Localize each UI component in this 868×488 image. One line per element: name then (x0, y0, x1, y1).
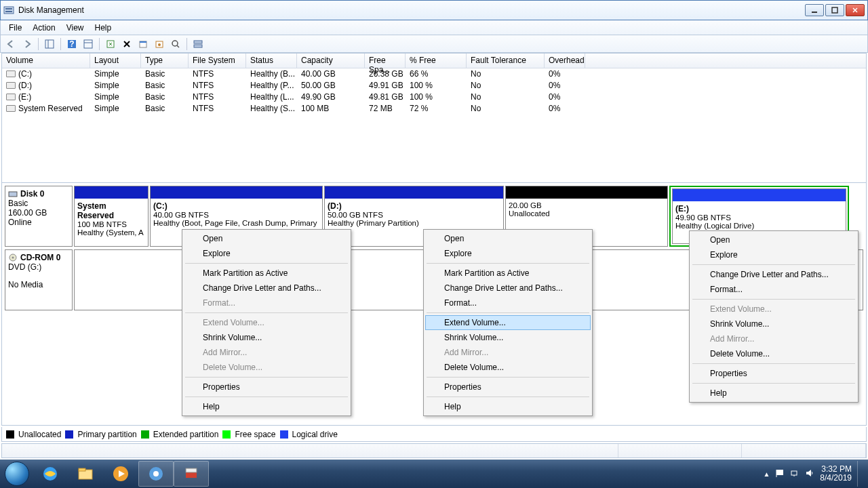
col-capacity[interactable]: Capacity (297, 54, 365, 68)
svg-rect-2 (5, 11, 12, 12)
menu-item-shrink-volume[interactable]: Shrink Volume... (425, 330, 591, 345)
legend: Unallocated Primary partition Extended p… (1, 427, 867, 442)
menu-view[interactable]: View (61, 22, 90, 34)
col-volume[interactable]: Volume (2, 54, 90, 68)
menu-item-change-drive-letter-and-paths[interactable]: Change Drive Letter and Paths... (425, 281, 591, 296)
menu-item-format: Format... (184, 296, 349, 310)
menu-item-mark-partition-as-active[interactable]: Mark Partition as Active (425, 266, 591, 281)
close-button[interactable] (846, 4, 865, 16)
menu-item-open[interactable]: Open (425, 231, 591, 246)
menu-item-shrink-volume[interactable]: Shrink Volume... (184, 330, 349, 345)
tray-network-icon[interactable] (790, 468, 800, 480)
menu-action[interactable]: Action (27, 22, 60, 34)
menu-item-help[interactable]: Help (691, 386, 856, 401)
back-button[interactable] (3, 37, 18, 52)
menu-separator (185, 312, 348, 313)
menu-item-change-drive-letter-and-paths[interactable]: Change Drive Letter and Paths... (691, 267, 856, 282)
menu-item-extend-volume[interactable]: Extend Volume... (425, 315, 591, 330)
col-layout[interactable]: Layout (90, 54, 141, 68)
refresh-button[interactable] (103, 37, 118, 52)
maximize-button[interactable] (825, 4, 844, 16)
taskbar-app-2[interactable] (174, 461, 209, 487)
svg-rect-11 (84, 40, 92, 48)
col-pct-free[interactable]: % Free (406, 54, 467, 68)
settings-button[interactable] (152, 37, 167, 52)
cdrom-info[interactable]: CD-ROM 0 DVD (G:) No Media (5, 249, 73, 310)
show-hide-tree-button[interactable] (42, 37, 57, 52)
menu-item-properties[interactable]: Properties (425, 380, 591, 394)
menu-item-add-mirror: Add Mirror... (425, 345, 591, 360)
svg-point-20 (172, 41, 178, 46)
menu-item-delete-volume[interactable]: Delete Volume... (425, 360, 591, 375)
svg-rect-4 (832, 7, 837, 13)
tray-flag-icon[interactable] (775, 468, 785, 480)
tray-clock[interactable]: 3:32 PM 8/4/2019 (820, 465, 852, 483)
col-overhead[interactable]: Overhead (545, 54, 585, 68)
menu-item-explore[interactable]: Explore (184, 246, 349, 261)
help-button[interactable]: ? (64, 37, 79, 52)
menu-item-properties[interactable]: Properties (691, 366, 856, 381)
tray-volume-icon[interactable] (805, 468, 814, 480)
volume-row[interactable]: (D:)SimpleBasicNTFSHealthy (P...50.00 GB… (2, 80, 866, 92)
menu-help[interactable]: Help (90, 22, 117, 34)
separator (186, 38, 187, 50)
menu-item-open[interactable]: Open (691, 232, 856, 247)
system-tray: ▲ 3:32 PM 8/4/2019 (763, 461, 867, 487)
menu-item-delete-volume[interactable]: Delete Volume... (691, 346, 856, 361)
separator (38, 38, 39, 50)
menu-item-mark-partition-as-active[interactable]: Mark Partition as Active (184, 266, 349, 281)
show-desktop-button[interactable] (857, 461, 863, 487)
action-list-button[interactable] (81, 37, 96, 52)
svg-point-19 (158, 43, 161, 46)
delete-button[interactable] (119, 37, 134, 52)
taskbar-ie[interactable] (33, 461, 68, 487)
menu-item-open[interactable]: Open (184, 231, 349, 246)
menu-item-explore[interactable]: Explore (425, 246, 591, 261)
menu-item-explore[interactable]: Explore (691, 247, 856, 262)
forward-button[interactable] (20, 37, 35, 52)
menu-item-delete-volume: Delete Volume... (184, 360, 349, 375)
menu-separator (427, 312, 589, 313)
legend-free: Free space (235, 430, 275, 439)
volume-row[interactable]: (C:)SimpleBasicNTFSHealthy (B...40.00 GB… (2, 68, 866, 80)
partition-system-reserved[interactable]: System Reserved 100 MB NTFS Healthy (Sys… (74, 186, 149, 247)
minimize-button[interactable] (805, 4, 824, 16)
volume-row[interactable]: System ReservedSimpleBasicNTFSHealthy (S… (2, 103, 866, 115)
context-menu-c: OpenExploreMark Partition as ActiveChang… (182, 229, 351, 416)
svg-rect-17 (140, 41, 146, 43)
col-free[interactable]: Free Spa... (365, 54, 406, 68)
menu-file[interactable]: File (3, 22, 27, 34)
properties-button[interactable] (136, 37, 151, 52)
menu-item-change-drive-letter-and-paths[interactable]: Change Drive Letter and Paths... (184, 281, 349, 296)
col-type[interactable]: Type (141, 54, 189, 68)
disk-state: Online (8, 218, 69, 227)
menu-separator (692, 363, 855, 364)
tray-chevron-icon[interactable]: ▲ (763, 470, 770, 478)
legend-extended: Extended partition (153, 430, 219, 439)
menu-item-properties[interactable]: Properties (184, 380, 349, 394)
svg-rect-24 (9, 192, 17, 197)
menu-bar: File Action View Help (0, 20, 868, 35)
disk-list-button[interactable] (191, 37, 205, 52)
svg-marker-40 (806, 470, 811, 476)
taskbar-explorer[interactable] (68, 461, 103, 487)
taskbar-app-1[interactable] (138, 461, 174, 487)
disk-size: 160.00 GB (8, 208, 69, 218)
search-button[interactable] (168, 37, 183, 52)
menu-item-help[interactable]: Help (184, 399, 349, 414)
menu-item-format[interactable]: Format... (425, 296, 591, 310)
disk-info-0[interactable]: Disk 0 Basic 160.00 GB Online (5, 186, 73, 247)
volume-header: Volume Layout Type File System Status Ca… (2, 54, 866, 68)
start-button[interactable] (1, 460, 33, 487)
menu-item-add-mirror: Add Mirror... (184, 345, 349, 360)
taskbar-media-player[interactable] (103, 461, 138, 487)
menu-item-shrink-volume[interactable]: Shrink Volume... (691, 317, 856, 331)
menu-item-format[interactable]: Format... (691, 282, 856, 297)
col-fault-tolerance[interactable]: Fault Tolerance (467, 54, 545, 68)
menu-item-help[interactable]: Help (425, 399, 591, 414)
svg-rect-36 (776, 470, 783, 475)
col-filesystem[interactable]: File System (189, 54, 246, 68)
col-status[interactable]: Status (246, 54, 297, 68)
volume-row[interactable]: (E:)SimpleBasicNTFSHealthy (L...49.90 GB… (2, 92, 866, 103)
cdrom-dev: DVD (G:) (8, 262, 69, 272)
